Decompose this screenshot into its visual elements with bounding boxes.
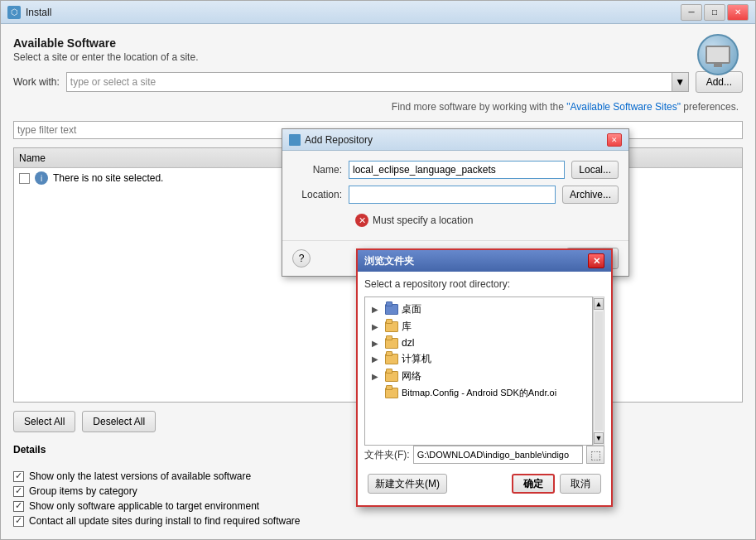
location-label: Location: bbox=[292, 189, 342, 200]
path-label: 文件夹(F): bbox=[364, 448, 410, 462]
tree-label-library: 库 bbox=[402, 320, 412, 334]
checkbox-contact-update-sites[interactable] bbox=[13, 516, 24, 527]
scroll-down-button[interactable]: ▼ bbox=[594, 432, 604, 444]
minimize-button[interactable]: ─ bbox=[681, 4, 702, 21]
window-title: Install bbox=[26, 7, 681, 18]
expand-icon: ▶ bbox=[372, 339, 382, 348]
expand-icon: ▶ bbox=[372, 372, 382, 381]
add-repo-content: Name: Local... Location: Archive... ✕ Mu… bbox=[282, 151, 628, 240]
browse-ok-button[interactable]: 确定 bbox=[512, 474, 555, 494]
archive-button[interactable]: Archive... bbox=[562, 186, 619, 204]
combo-dropdown-arrow[interactable]: ▼ bbox=[672, 72, 689, 92]
error-icon: ✕ bbox=[355, 214, 368, 227]
browse-content: Select a repository root directory: ▶ 桌面… bbox=[358, 272, 611, 505]
sites-link-text: Find more software by working with the bbox=[392, 101, 564, 113]
tree-label-bitmap: Bitmap.Config - Android SDK的Andr.oi bbox=[402, 387, 556, 399]
location-row: Location: Archive... bbox=[292, 186, 619, 204]
tree-item-computer[interactable]: ▶ 计算机 bbox=[368, 350, 589, 368]
details-label: Details bbox=[13, 444, 46, 456]
window-titlebar: ⬡ Install ─ □ ✕ bbox=[1, 1, 755, 24]
tree-item-bitmap[interactable]: Bitmap.Config - Android SDK的Andr.oi bbox=[368, 385, 589, 401]
tree-label-network: 网络 bbox=[402, 369, 421, 383]
window-title-icon: ⬡ bbox=[7, 6, 21, 19]
work-with-placeholder: type or select a site bbox=[70, 76, 156, 88]
sites-link-anchor[interactable]: "Available Software Sites" bbox=[566, 101, 681, 113]
error-row: ✕ Must specify a location bbox=[349, 210, 619, 230]
maximize-button[interactable]: □ bbox=[704, 4, 725, 21]
location-input[interactable] bbox=[349, 186, 556, 204]
path-row: 文件夹(F): ⬚ bbox=[364, 446, 604, 464]
tree-label-dzl: dzl bbox=[402, 337, 414, 349]
folder-icon-bitmap bbox=[385, 388, 398, 398]
name-input[interactable] bbox=[349, 161, 565, 179]
work-with-combo[interactable]: type or select a site bbox=[66, 72, 672, 92]
row-checkbox[interactable] bbox=[19, 173, 30, 184]
header-section: Available Software Select a site or ente… bbox=[13, 36, 743, 63]
browse-title: 浏览文件夹 bbox=[364, 254, 588, 268]
folder-icon-library bbox=[385, 321, 398, 332]
browse-titlebar: 浏览文件夹 ✕ bbox=[358, 250, 611, 272]
scroll-up-button[interactable]: ▲ bbox=[594, 298, 604, 310]
browse-cancel-button[interactable]: 取消 bbox=[560, 474, 601, 494]
work-with-label: Work with: bbox=[13, 76, 60, 88]
sites-link-suffix: preferences. bbox=[683, 101, 739, 113]
logo-area bbox=[697, 34, 739, 75]
tree-item-dzl[interactable]: ▶ dzl bbox=[368, 335, 589, 350]
name-label: Name: bbox=[292, 164, 342, 176]
tree-label-desktop: 桌面 bbox=[402, 302, 421, 316]
select-all-button[interactable]: Select All bbox=[13, 411, 75, 432]
path-input[interactable] bbox=[413, 446, 583, 464]
browse-tree[interactable]: ▶ 桌面 ▶ 库 ▶ dzl bbox=[364, 297, 593, 446]
folder-icon-dzl bbox=[385, 338, 398, 349]
path-browse-button[interactable]: ⬚ bbox=[586, 446, 604, 464]
checkbox-label-2: Show only software applicable to target … bbox=[29, 500, 259, 512]
tree-item-library[interactable]: ▶ 库 bbox=[368, 318, 589, 335]
table-column-name: Name bbox=[19, 152, 46, 164]
expand-icon: ▶ bbox=[372, 322, 382, 331]
logo-circle bbox=[697, 34, 739, 75]
section-title: Available Software bbox=[13, 36, 743, 50]
work-with-combo-container: type or select a site ▼ bbox=[66, 72, 689, 92]
new-folder-button[interactable]: 新建文件夹(M) bbox=[368, 474, 447, 494]
checkbox-label-3: Contact all update sites during install … bbox=[29, 515, 301, 527]
checkbox-label-0: Show only the latest versions of availab… bbox=[29, 470, 251, 482]
expand-icon: ▶ bbox=[372, 354, 382, 364]
checkbox-label-1: Group items by category bbox=[29, 485, 137, 497]
logo-monitor bbox=[705, 46, 730, 64]
add-repo-title-icon bbox=[289, 134, 301, 146]
tree-inner: ▶ 桌面 ▶ 库 ▶ dzl bbox=[365, 297, 592, 404]
folder-icon-desktop bbox=[385, 304, 398, 315]
tree-scrollbar[interactable]: ▲ ▼ bbox=[593, 297, 604, 446]
no-site-text: There is no site selected. bbox=[53, 172, 163, 184]
tree-scroll-container: ▶ 桌面 ▶ 库 ▶ dzl bbox=[364, 297, 604, 446]
browse-footer: 新建文件夹(M) 确定 取消 bbox=[364, 470, 604, 499]
scroll-track bbox=[595, 311, 603, 431]
help-button[interactable]: ? bbox=[292, 249, 311, 268]
name-row: Name: Local... bbox=[292, 161, 619, 179]
add-repo-titlebar: Add Repository ✕ bbox=[282, 129, 628, 151]
browse-folder-dialog: 浏览文件夹 ✕ Select a repository root directo… bbox=[356, 248, 613, 507]
add-repo-title: Add Repository bbox=[305, 134, 607, 146]
folder-icon-computer bbox=[385, 354, 398, 364]
add-repo-close-button[interactable]: ✕ bbox=[607, 133, 622, 147]
local-button[interactable]: Local... bbox=[571, 161, 619, 179]
close-button[interactable]: ✕ bbox=[727, 4, 749, 21]
folder-icon-network bbox=[385, 371, 398, 382]
deselect-all-button[interactable]: Deselect All bbox=[82, 411, 156, 432]
tree-item-network[interactable]: ▶ 网络 bbox=[368, 368, 589, 385]
tree-label-computer: 计算机 bbox=[402, 352, 431, 366]
checkbox-target-environment[interactable] bbox=[13, 501, 24, 512]
checkbox-latest-versions[interactable] bbox=[13, 471, 24, 482]
checkbox-item-3: Contact all update sites during install … bbox=[13, 515, 743, 527]
work-with-row: Work with: type or select a site ▼ Add..… bbox=[13, 71, 743, 93]
sites-link-row: Find more software by working with the "… bbox=[13, 101, 743, 113]
browse-subtitle: Select a repository root directory: bbox=[364, 278, 604, 290]
checkbox-group-by-category[interactable] bbox=[13, 486, 24, 497]
expand-icon: ▶ bbox=[372, 305, 382, 314]
browse-close-button[interactable]: ✕ bbox=[588, 253, 604, 268]
error-text: Must specify a location bbox=[373, 215, 473, 226]
tree-item-desktop[interactable]: ▶ 桌面 bbox=[368, 301, 589, 318]
info-icon: i bbox=[35, 171, 48, 185]
section-subtitle: Select a site or enter the location of a… bbox=[13, 51, 743, 63]
window-controls: ─ □ ✕ bbox=[681, 4, 749, 21]
